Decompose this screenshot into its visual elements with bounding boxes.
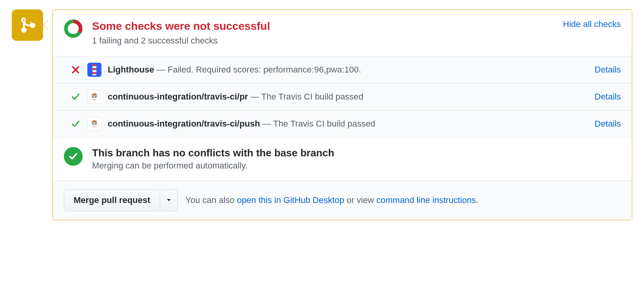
check-name: continuous-integration/travis-ci/push xyxy=(108,119,260,129)
travis-avatar xyxy=(87,117,101,131)
merge-actions: Merge pull request You can also open thi… xyxy=(53,180,632,220)
checks-panel: Some checks were not successful 1 failin… xyxy=(52,9,632,220)
merge-hint-text: You can also open this in GitHub Desktop… xyxy=(186,195,479,205)
svg-point-5 xyxy=(95,96,96,97)
hide-all-checks-link[interactable]: Hide all checks xyxy=(563,19,621,29)
checks-status-title: Some checks were not successful xyxy=(92,19,557,33)
merge-status-title: This branch has no conflicts with the ba… xyxy=(92,147,334,159)
merge-pull-request-button[interactable]: Merge pull request xyxy=(64,189,160,211)
check-row: continuous-integration/travis-ci/push — … xyxy=(53,111,632,138)
check-description: continuous-integration/travis-ci/push — … xyxy=(108,119,588,129)
timeline-merge-badge xyxy=(12,9,43,41)
status-donut-icon xyxy=(64,19,83,38)
travis-avatar xyxy=(87,90,101,104)
check-description: Lighthouse — Failed. Required scores: pe… xyxy=(108,65,588,75)
svg-point-9 xyxy=(95,123,96,124)
success-circle-icon xyxy=(64,147,83,166)
svg-point-4 xyxy=(93,96,94,97)
check-list: Lighthouse — Failed. Required scores: pe… xyxy=(53,56,632,138)
check-row: continuous-integration/travis-ci/pr — Th… xyxy=(53,83,632,111)
git-merge-icon xyxy=(18,16,37,34)
checks-status-subtitle: 1 failing and 2 successful checks xyxy=(92,36,557,46)
details-link[interactable]: Details xyxy=(595,65,621,75)
lighthouse-avatar xyxy=(87,63,101,77)
merge-options-dropdown[interactable] xyxy=(160,189,178,211)
svg-point-8 xyxy=(93,123,94,124)
merge-status-subtitle: Merging can be performed automatically. xyxy=(92,161,334,171)
command-line-instructions-link[interactable]: command line instructions xyxy=(376,195,476,205)
check-row: Lighthouse — Failed. Required scores: pe… xyxy=(53,56,632,83)
check-icon xyxy=(64,92,87,101)
caret-down-icon xyxy=(166,199,171,202)
check-icon xyxy=(64,120,87,128)
checks-summary: Some checks were not successful 1 failin… xyxy=(53,10,632,56)
x-icon xyxy=(64,65,87,74)
check-name: continuous-integration/travis-ci/pr xyxy=(108,92,248,102)
details-link[interactable]: Details xyxy=(595,119,621,129)
open-github-desktop-link[interactable]: open this in GitHub Desktop xyxy=(237,195,344,205)
merge-status-section: This branch has no conflicts with the ba… xyxy=(53,138,632,180)
check-description: continuous-integration/travis-ci/pr — Th… xyxy=(108,92,588,102)
details-link[interactable]: Details xyxy=(595,92,621,102)
check-name: Lighthouse xyxy=(108,65,154,74)
